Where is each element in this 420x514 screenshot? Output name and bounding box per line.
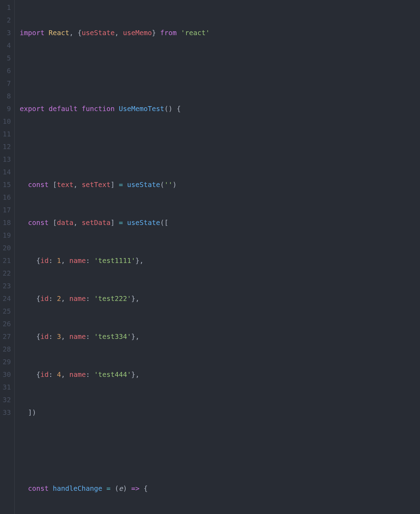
line-number: 3 — [1, 27, 11, 39]
line-number: 23 — [1, 280, 11, 293]
code-line: const [text, setText] = useState('') — [20, 179, 288, 191]
line-number: 12 — [1, 141, 11, 153]
line-number: 2 — [1, 14, 11, 27]
code-line — [20, 141, 288, 153]
code-line — [20, 65, 288, 77]
code-line: {id: 1, name: 'test1111'}, — [20, 255, 288, 267]
line-number: 14 — [1, 166, 11, 179]
code-editor: 1 2 3 4 5 6 7 8 9 10 11 12 13 14 15 16 1… — [0, 0, 420, 514]
line-number: 7 — [1, 77, 11, 90]
line-number: 20 — [1, 242, 11, 255]
line-number-gutter: 1 2 3 4 5 6 7 8 9 10 11 12 13 14 15 16 1… — [0, 0, 15, 514]
line-number: 1 — [1, 1, 11, 14]
line-number: 9 — [1, 103, 11, 115]
line-number: 11 — [1, 128, 11, 141]
line-number: 18 — [1, 217, 11, 229]
line-number: 19 — [1, 229, 11, 242]
code-line: import React, {useState, useMemo} from '… — [20, 27, 288, 39]
line-number: 10 — [1, 115, 11, 128]
code-line: ]) — [20, 406, 288, 419]
line-number: 32 — [1, 394, 11, 406]
line-number: 24 — [1, 293, 11, 305]
code-line: {id: 3, name: 'test334'}, — [20, 330, 288, 343]
line-number: 28 — [1, 343, 11, 356]
code-line: const [data, setData] = useState([ — [20, 217, 288, 229]
line-number: 31 — [1, 381, 11, 394]
code-area[interactable]: import React, {useState, useMemo} from '… — [15, 0, 288, 514]
line-number: 26 — [1, 318, 11, 330]
code-line: {id: 4, name: 'test444'}, — [20, 368, 288, 381]
line-number: 33 — [1, 406, 11, 419]
line-number: 29 — [1, 356, 11, 368]
line-number: 25 — [1, 305, 11, 318]
code-line: export default function UseMemoTest() { — [20, 103, 288, 115]
line-number: 17 — [1, 204, 11, 217]
line-number: 5 — [1, 52, 11, 65]
line-number: 8 — [1, 90, 11, 103]
line-number: 16 — [1, 191, 11, 204]
code-line: {id: 2, name: 'test222'}, — [20, 293, 288, 305]
line-number: 22 — [1, 267, 11, 280]
code-line — [20, 444, 288, 457]
line-number: 27 — [1, 330, 11, 343]
code-line: const handleChange = (e) => { — [20, 482, 288, 495]
line-number: 13 — [1, 153, 11, 166]
line-number: 21 — [1, 255, 11, 267]
line-number: 30 — [1, 368, 11, 381]
line-number: 6 — [1, 65, 11, 77]
line-number: 4 — [1, 39, 11, 52]
line-number: 15 — [1, 179, 11, 191]
